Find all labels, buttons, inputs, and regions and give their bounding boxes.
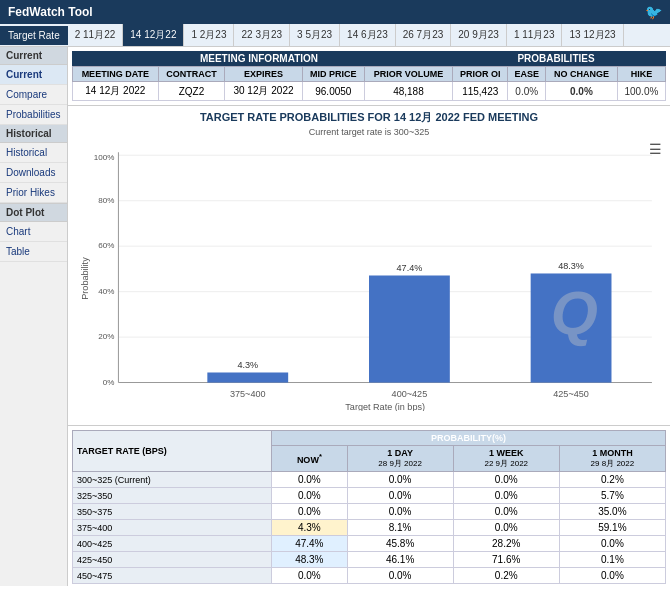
chart-menu-icon[interactable]: ☰	[649, 141, 662, 157]
col-ease: EASE	[508, 67, 546, 82]
svg-text:47.4%: 47.4%	[397, 263, 423, 273]
nav-probabilities[interactable]: Probabilities	[0, 105, 67, 125]
nav-downloads[interactable]: Downloads	[0, 163, 67, 183]
svg-text:Q: Q	[551, 279, 598, 347]
nav-prior-hikes[interactable]: Prior Hikes	[0, 183, 67, 203]
svg-text:0%: 0%	[103, 378, 115, 387]
header: FedWatch Tool 🐦	[0, 0, 670, 24]
date-tabs: Target Rate 2 11月22 14 12月22 1 2月23 22 3…	[0, 24, 670, 47]
svg-text:20%: 20%	[98, 332, 114, 341]
prob-col-1week: 1 WEEK22 9月 2022	[453, 446, 559, 472]
svg-text:60%: 60%	[98, 241, 114, 250]
week1-val: 0.0%	[453, 488, 559, 504]
date-tab-1[interactable]: 14 12月22	[123, 24, 184, 46]
meeting-row: 14 12月 2022 ZQZ2 30 12月 2022 96.0050 48,…	[73, 82, 666, 101]
meeting-info-header: MEETING INFORMATION	[72, 51, 446, 66]
dot-plot-section-label: Dot Plot	[0, 204, 67, 222]
bar-400-425	[369, 275, 450, 382]
prob-col-now: NOW*	[272, 446, 347, 472]
chart-container: ☰ Probability 0% 20% 40% 60% 80% 100%	[76, 141, 662, 421]
day1-val: 0.0%	[347, 504, 453, 520]
date-tab-6[interactable]: 26 7月23	[396, 24, 452, 46]
day1-val: 0.0%	[347, 472, 453, 488]
ease-val: 0.0%	[508, 82, 546, 101]
date-tab-0[interactable]: 2 11月22	[68, 24, 124, 46]
target-rate-tab[interactable]: Target Rate	[0, 26, 68, 45]
nav-chart[interactable]: Chart	[0, 222, 67, 242]
probabilities-header: PROBABILITIES	[446, 51, 666, 66]
prob-col-rate: TARGET RATE (BPS)	[73, 431, 272, 472]
prob-header: PROBABILITY(%)	[272, 431, 666, 446]
col-contract: CONTRACT	[158, 67, 225, 82]
rate-val: 325~350	[73, 488, 272, 504]
now-val: 0.0%	[272, 504, 347, 520]
svg-text:Target Rate (in bps): Target Rate (in bps)	[345, 402, 425, 411]
date-tab-5[interactable]: 14 6月23	[340, 24, 396, 46]
nav-compare[interactable]: Compare	[0, 85, 67, 105]
rate-val: 375~400	[73, 520, 272, 536]
month1-val: 0.2%	[559, 472, 665, 488]
svg-text:375~400: 375~400	[230, 389, 266, 399]
date-tab-4[interactable]: 3 5月23	[290, 24, 340, 46]
day1-val: 8.1%	[347, 520, 453, 536]
nav-current[interactable]: Current	[0, 65, 67, 85]
week1-val: 71.6%	[453, 552, 559, 568]
day1-val: 46.1%	[347, 552, 453, 568]
col-prior-oi: PRIOR OI	[452, 67, 508, 82]
hike-val: 100.0%	[617, 82, 665, 101]
meeting-table: MEETING DATE CONTRACT EXPIRES MID PRICE …	[72, 66, 666, 101]
date-tab-2[interactable]: 1 2月23	[184, 24, 234, 46]
week1-val: 0.2%	[453, 568, 559, 584]
col-no-change: NO CHANGE	[546, 67, 618, 82]
month1-val: 0.1%	[559, 552, 665, 568]
svg-text:48.3%: 48.3%	[558, 261, 584, 271]
contract-val: ZQZ2	[158, 82, 225, 101]
rate-val: 350~375	[73, 504, 272, 520]
now-val: 0.0%	[272, 472, 347, 488]
rate-val: 450~475	[73, 568, 272, 584]
date-tab-3[interactable]: 22 3月23	[234, 24, 290, 46]
week1-val: 0.0%	[453, 472, 559, 488]
y-axis-label: Probability	[80, 257, 90, 300]
prob-row: 325~350 0.0% 0.0% 0.0% 5.7%	[73, 488, 666, 504]
nav-table[interactable]: Table	[0, 242, 67, 262]
twitter-icon[interactable]: 🐦	[645, 4, 662, 20]
expires-val: 30 12月 2022	[225, 82, 302, 101]
date-tab-7[interactable]: 20 9月23	[451, 24, 507, 46]
chart-title: TARGET RATE PROBABILITIES FOR 14 12月 202…	[76, 110, 662, 125]
prob-row: 375~400 4.3% 8.1% 0.0% 59.1%	[73, 520, 666, 536]
col-expires: EXPIRES	[225, 67, 302, 82]
col-prior-volume: PRIOR VOLUME	[364, 67, 452, 82]
mid-price-val: 96.0050	[302, 82, 364, 101]
chart-section: TARGET RATE PROBABILITIES FOR 14 12月 202…	[68, 106, 670, 426]
prob-row: 300~325 (Current) 0.0% 0.0% 0.0% 0.2%	[73, 472, 666, 488]
chart-subtitle: Current target rate is 300~325	[76, 127, 662, 137]
svg-text:40%: 40%	[98, 287, 114, 296]
svg-text:400~425: 400~425	[392, 389, 428, 399]
left-nav: Current Current Compare Probabilities Hi…	[0, 47, 68, 586]
meeting-date-val: 14 12月 2022	[73, 82, 159, 101]
main-layout: Current Current Compare Probabilities Hi…	[0, 47, 670, 586]
historical-section-label: Historical	[0, 125, 67, 143]
date-tab-8[interactable]: 1 11月23	[507, 24, 563, 46]
current-section-label: Current	[0, 47, 67, 65]
svg-text:425~450: 425~450	[553, 389, 589, 399]
prob-col-1month: 1 MONTH29 8月 2022	[559, 446, 665, 472]
prob-table: TARGET RATE (BPS) PROBABILITY(%) NOW* 1 …	[72, 430, 666, 584]
date-tab-9[interactable]: 13 12月23	[562, 24, 623, 46]
prior-volume-val: 48,188	[364, 82, 452, 101]
col-meeting-date: MEETING DATE	[73, 67, 159, 82]
nav-historical[interactable]: Historical	[0, 143, 67, 163]
week1-val: 28.2%	[453, 536, 559, 552]
app-title: FedWatch Tool	[8, 5, 93, 19]
prob-section: TARGET RATE (BPS) PROBABILITY(%) NOW* 1 …	[68, 426, 670, 586]
day1-val: 45.8%	[347, 536, 453, 552]
month1-val: 0.0%	[559, 568, 665, 584]
rate-val: 300~325 (Current)	[73, 472, 272, 488]
now-val: 4.3%	[272, 520, 347, 536]
prob-row: 425~450 48.3% 46.1% 71.6% 0.1%	[73, 552, 666, 568]
col-mid-price: MID PRICE	[302, 67, 364, 82]
now-val: 47.4%	[272, 536, 347, 552]
svg-text:100%: 100%	[94, 153, 115, 162]
month1-val: 5.7%	[559, 488, 665, 504]
